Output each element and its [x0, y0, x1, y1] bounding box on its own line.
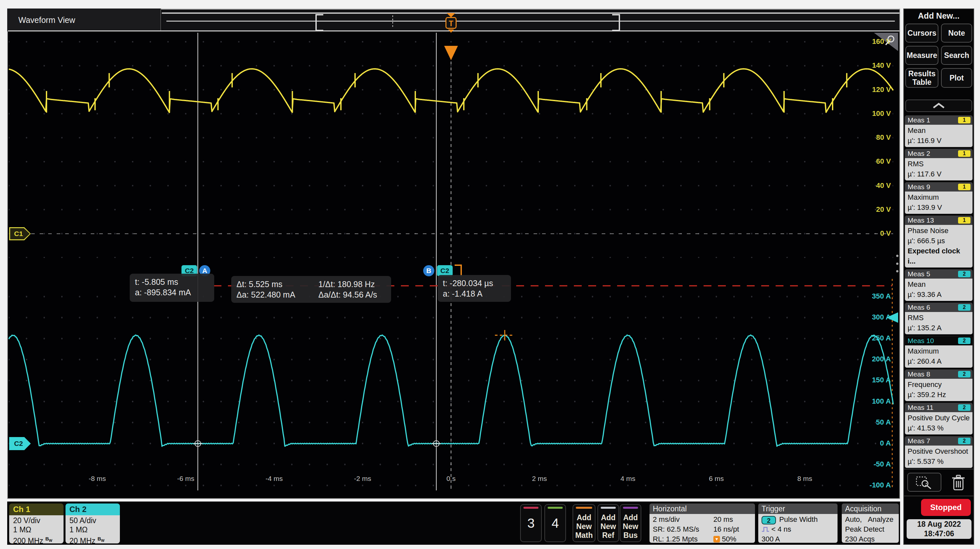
horizontal-overview-strip[interactable] — [162, 10, 899, 31]
ch1-level-marker[interactable]: C1 — [9, 227, 31, 240]
measurement-value: µ': 139.9 V — [908, 202, 970, 213]
ch1-impedance: 1 MΩ — [13, 525, 64, 534]
channel-3-button[interactable]: 3 — [520, 504, 542, 542]
measurement-card[interactable]: Meas 131Phase Noiseµ': 666.5 µsExpected … — [905, 216, 973, 268]
acquisition-count: 230 Acqs — [845, 534, 896, 543]
color-stripe — [523, 507, 538, 509]
measurement-type: Frequency — [908, 379, 970, 390]
add-new-bus-button[interactable]: AddNewBus — [620, 504, 641, 542]
record-length: RL: 1.25 Mpts — [653, 534, 713, 543]
delta-rate: Δa/Δt: 94.56 A/s — [318, 289, 386, 300]
measurement-name: Meas 9 — [908, 183, 930, 191]
add-new-math-button[interactable]: AddNewMath — [573, 504, 595, 542]
measurement-card[interactable]: Meas 52Meanµ': 93.36 A — [905, 269, 973, 301]
measurement-card[interactable]: Meas 21RMSµ': 117.6 V — [905, 149, 973, 181]
zoom-bracket-left[interactable] — [315, 14, 323, 31]
horizontal-position: 50% — [722, 535, 736, 543]
ch2-impedance: 1 MΩ — [70, 525, 120, 534]
measurement-value: µ': 260.4 A — [908, 356, 970, 367]
cursor-b-badge[interactable]: B — [423, 265, 434, 276]
measurement-name: Meas 7 — [908, 437, 930, 445]
measurement-gate-bracket — [455, 265, 462, 276]
measurement-card[interactable]: Meas 62RMSµ': 135.2 A — [905, 303, 973, 335]
acquisition-title: Acquisition — [842, 503, 899, 514]
acquisition-panel[interactable]: Acquisition Auto,Analyze Peak Detect 230… — [842, 503, 899, 543]
cursor-b-readout[interactable]: t: -280.034 µs a: -1.418 A — [438, 275, 511, 302]
add-new-ref-button[interactable]: AddNewRef — [597, 504, 619, 542]
resolution: 16 ns/pt — [713, 524, 752, 534]
measurement-type: Mean — [908, 279, 970, 289]
horizontal-settings: 2 ms/div 20 ms SR: 62.5 MS/s 16 ns/pt RL… — [649, 514, 755, 543]
slice-resize-handle[interactable] — [895, 253, 899, 274]
measurement-type: Positive Overshoot — [908, 446, 970, 456]
cursor-b-amplitude: a: -1.418 A — [443, 289, 506, 299]
measurement-body: Phase Noiseµ': 666.5 µsExpected clock i.… — [905, 225, 972, 267]
measurement-name: Meas 6 — [908, 303, 930, 311]
bandwidth-limit-icon: BW — [98, 536, 105, 541]
button-label: AddNewBus — [620, 505, 641, 540]
ch2-badge[interactable]: Ch 2 50 A/div 1 MΩ 20 MHz BW — [65, 503, 120, 543]
cursor-delta-readout[interactable]: Δt: 5.525 ms 1/Δt: 180.98 Hz Δa: 522.480… — [231, 276, 391, 303]
add-plot-button[interactable]: Plot — [941, 68, 972, 88]
add-cursors-button[interactable]: Cursors — [905, 24, 939, 43]
measurement-card[interactable]: Meas 82Frequencyµ': 359.2 Hz — [905, 369, 973, 401]
measurement-card[interactable]: Meas 72Positive Overshootµ': 5.537 % — [905, 436, 973, 468]
trigger-panel[interactable]: Trigger 2Pulse Width < 4 ns 300 A — [758, 503, 837, 543]
measurement-card[interactable]: Meas 91Maximumµ': 139.9 V — [905, 182, 973, 214]
measurement-value: µ': 116.9 V — [908, 135, 970, 146]
acquisition-status-button[interactable]: Stopped — [921, 499, 971, 516]
measurement-type: RMS — [908, 313, 970, 323]
measurement-type: Maximum — [908, 346, 970, 356]
graticule-ch1 — [9, 33, 893, 258]
cursor-b-source-badge[interactable]: C2 — [437, 265, 453, 276]
ch2-label: Ch 2 — [65, 503, 120, 515]
delete-button[interactable] — [949, 473, 967, 492]
measurement-name: Meas 13 — [908, 216, 934, 224]
measurement-card[interactable]: Meas 11Meanµ': 116.9 V — [905, 115, 973, 147]
add-results-table-button[interactable]: Results Table — [905, 68, 939, 88]
delta-a: Δa: 522.480 mA — [237, 289, 318, 300]
scroll-up-button[interactable] — [905, 100, 972, 112]
measurement-results-list: Meas 11Meanµ': 116.9 VMeas 21RMSµ': 117.… — [905, 115, 973, 468]
source-badge: 2 — [958, 304, 970, 311]
magnifier-icon — [883, 34, 897, 48]
cursor-a-readout[interactable]: t: -5.805 ms a: -895.834 mA — [130, 274, 214, 302]
measurement-card[interactable]: Meas 102Maximumµ': 260.4 A — [905, 336, 973, 368]
ch1-settings: 20 V/div 1 MΩ 200 MHz BW — [9, 515, 64, 543]
trigger-title: Trigger — [758, 503, 837, 514]
horizontal-scale: 2 ms/div — [653, 515, 713, 524]
measurement-body: Meanµ': 116.9 V — [905, 125, 972, 147]
trigger-level: 300 A — [762, 534, 834, 543]
measurement-card[interactable]: Meas 112Positive Duty Cycleµ': 41.53 % — [905, 403, 973, 435]
measurement-body: Meanµ': 93.36 A — [905, 279, 972, 301]
measurement-type: Positive Duty Cycle — [908, 413, 970, 423]
ch1-badge[interactable]: Ch 1 20 V/div 1 MΩ 200 MHz BW — [9, 503, 64, 543]
measurement-value: µ': 135.2 A — [908, 323, 970, 333]
ch2-level-marker[interactable]: C2 — [9, 437, 31, 450]
trigger-position-flag[interactable]: T — [445, 17, 457, 29]
zoom-bracket-right[interactable] — [612, 14, 620, 31]
source-badge: 2 — [958, 404, 970, 411]
overview-center-line — [166, 21, 895, 22]
add-search-button[interactable]: Search — [941, 46, 972, 65]
horizontal-panel[interactable]: Horizontal 2 ms/div 20 ms SR: 62.5 MS/s … — [649, 503, 755, 543]
acquisition-mode: Auto, — [845, 515, 862, 524]
sample-rate: SR: 62.5 MS/s — [653, 524, 713, 534]
trash-icon — [951, 474, 966, 491]
ch1-bandwidth: 200 MHz — [13, 536, 43, 543]
button-label: AddNewRef — [598, 505, 618, 540]
add-note-button[interactable]: Note — [941, 24, 972, 43]
measurement-value: µ': 5.537 % — [908, 456, 970, 466]
color-stripe — [601, 507, 616, 509]
add-new-title: Add New... — [904, 11, 974, 21]
date-text: 18 Aug 2022 — [907, 520, 972, 529]
waveform-view-tab[interactable]: Waveform View — [7, 8, 161, 32]
trigger-position-marker[interactable] — [444, 46, 458, 60]
ch1-scale: 20 V/div — [13, 516, 64, 525]
add-measure-button[interactable]: Measure — [905, 46, 939, 65]
cursor-b-time: t: -280.034 µs — [443, 278, 506, 289]
measurement-body: Maximumµ': 139.9 V — [905, 192, 972, 214]
zoom-mode-button[interactable] — [907, 473, 941, 492]
channel-4-button[interactable]: 4 — [544, 504, 566, 542]
button-label: 3 — [521, 505, 541, 541]
